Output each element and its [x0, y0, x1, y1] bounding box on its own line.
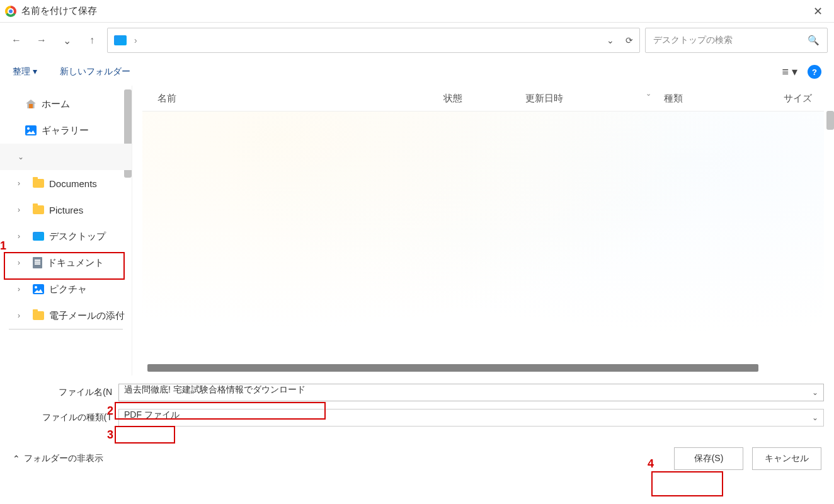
- recent-button[interactable]: ⌄: [57, 30, 77, 50]
- chrome-icon: [5, 6, 16, 17]
- filename-input[interactable]: 過去問徹底! 宅建試験合格情報でダウンロード ⌄: [118, 384, 824, 401]
- chevron-right-icon: ›: [18, 258, 28, 267]
- col-state[interactable]: 状態: [443, 93, 525, 105]
- col-date-label: 更新日時: [525, 93, 563, 103]
- help-button[interactable]: ?: [808, 65, 821, 79]
- sidebar-label: ギャラリー: [42, 125, 89, 137]
- filetype-label: ファイルの種類(T: [10, 412, 115, 423]
- chevron-right-icon: ›: [18, 232, 28, 241]
- folder-icon: [33, 179, 44, 188]
- search-icon: 🔍: [808, 35, 820, 46]
- view-button[interactable]: ≡ ▾: [782, 65, 797, 79]
- picture-icon: [33, 284, 44, 294]
- filename-label: ファイル名(N: [10, 387, 115, 398]
- search-box[interactable]: デスクトップの検索 🔍: [645, 28, 828, 53]
- list-scrollbar-horizontal[interactable]: [147, 364, 758, 372]
- list-scrollbar-vertical[interactable]: [826, 111, 834, 130]
- chevron-down-icon: ⌄: [18, 152, 28, 161]
- filetype-select[interactable]: PDF ファイル ⌄: [118, 409, 824, 427]
- gallery-icon: [25, 125, 37, 135]
- chevron-right-icon: ›: [18, 285, 28, 294]
- chevron-right-icon: ›: [18, 179, 28, 188]
- bottom-bar: ⌃ フォルダーの非表示 保存(S) キャンセル: [0, 435, 834, 470]
- chevron-up-icon: ⌃: [13, 454, 20, 464]
- annotation-4-box: [651, 471, 723, 496]
- filetype-value: PDF ファイル: [124, 410, 180, 420]
- sort-indicator: ⌄: [646, 89, 651, 98]
- sidebar-item-picjp[interactable]: › ピクチャ: [0, 276, 132, 302]
- address-bar[interactable]: › ⌄ ⟳: [107, 28, 640, 53]
- filename-value: 過去問徹底! 宅建試験合格情報でダウンロード: [124, 384, 306, 394]
- sidebar-label: デスクトップ: [49, 231, 106, 243]
- sidebar-item-section[interactable]: ⌄: [0, 144, 132, 170]
- divider: [9, 329, 123, 329]
- sidebar-label: ドキュメント: [47, 257, 104, 269]
- save-form: ファイル名(N 過去問徹底! 宅建試験合格情報でダウンロード ⌄ ファイルの種類…: [0, 375, 834, 435]
- main-area: ホーム ギャラリー ⌄ › Documents › Pictures › デスク…: [0, 86, 834, 375]
- path-separator: ›: [134, 35, 137, 45]
- col-size[interactable]: サイズ: [784, 93, 834, 105]
- sidebar-label: Pictures: [49, 205, 83, 215]
- document-icon: [33, 257, 42, 268]
- file-list-body[interactable]: [142, 111, 824, 363]
- hide-folders-button[interactable]: ⌃ フォルダーの非表示: [13, 453, 103, 464]
- organize-menu[interactable]: 整理 ▾: [13, 66, 37, 77]
- refresh-button[interactable]: ⟳: [626, 35, 633, 45]
- column-headers: 名前 状態 更新日時⌄ 種類 サイズ: [132, 86, 834, 111]
- sidebar-label: Documents: [49, 178, 97, 189]
- sidebar-label: ホーム: [42, 98, 70, 110]
- search-placeholder: デスクトップの検索: [653, 35, 808, 46]
- sidebar-label: ピクチャ: [49, 284, 87, 295]
- sidebar-item-desktop[interactable]: › デスクトップ: [0, 223, 132, 249]
- sidebar-item-documents[interactable]: › Documents: [0, 170, 132, 197]
- filetype-dropdown-icon[interactable]: ⌄: [812, 413, 818, 422]
- close-button[interactable]: ✕: [806, 0, 829, 23]
- desktop-icon: [114, 35, 127, 45]
- sidebar-item-home[interactable]: ホーム: [0, 91, 132, 117]
- home-icon: [25, 98, 37, 110]
- titlebar: 名前を付けて保存 ✕: [0, 0, 834, 23]
- new-folder-button[interactable]: 新しいフォルダー: [60, 66, 130, 77]
- col-name[interactable]: 名前: [157, 93, 443, 105]
- desktop-icon: [33, 232, 44, 241]
- nav-row: ← → ⌄ ↑ › ⌄ ⟳ デスクトップの検索 🔍: [0, 23, 834, 58]
- sidebar-item-docjp[interactable]: › ドキュメント: [0, 249, 132, 276]
- folder-icon: [33, 311, 44, 320]
- chevron-right-icon: ›: [18, 205, 28, 214]
- address-dropdown[interactable]: ⌄: [607, 35, 614, 45]
- cancel-button[interactable]: キャンセル: [752, 447, 821, 470]
- col-type[interactable]: 種類: [664, 93, 784, 105]
- filename-dropdown-icon[interactable]: ⌄: [812, 388, 818, 397]
- back-button[interactable]: ←: [6, 30, 26, 50]
- hide-folders-label: フォルダーの非表示: [24, 453, 103, 464]
- sidebar-item-gallery[interactable]: ギャラリー: [0, 117, 132, 144]
- toolbar: 整理 ▾ 新しいフォルダー ≡ ▾ ?: [0, 58, 834, 86]
- sidebar-label: 電子メールの添付: [49, 310, 125, 322]
- sidebar-item-email[interactable]: › 電子メールの添付: [0, 302, 132, 329]
- sidebar-item-pictures[interactable]: › Pictures: [0, 197, 132, 223]
- window-title: 名前を付けて保存: [21, 5, 806, 17]
- save-button[interactable]: 保存(S): [674, 447, 743, 470]
- col-date[interactable]: 更新日時⌄: [525, 93, 664, 105]
- chevron-right-icon: ›: [18, 311, 28, 320]
- sidebar: ホーム ギャラリー ⌄ › Documents › Pictures › デスク…: [0, 86, 132, 375]
- forward-button[interactable]: →: [31, 30, 52, 50]
- up-button[interactable]: ↑: [82, 30, 102, 50]
- file-list: 名前 状態 更新日時⌄ 種類 サイズ: [132, 86, 834, 375]
- folder-icon: [33, 205, 44, 214]
